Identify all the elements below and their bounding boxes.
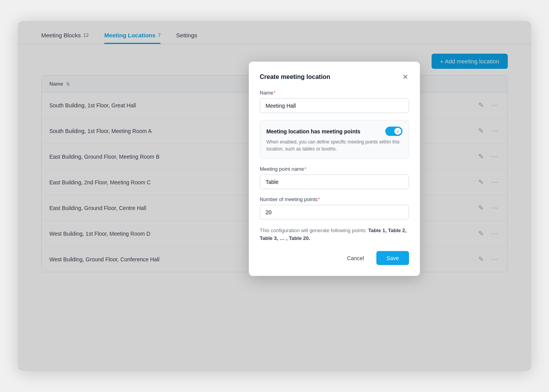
toggle-row: Meeting location has meeting points ✓ [266,127,402,136]
toggle-description: When enabled, you can define specific me… [266,138,402,152]
cancel-button[interactable]: Cancel [339,251,372,265]
modal-header: Create meeting location ✕ [260,73,409,81]
toggle-label: Meeting location has meeting points [266,128,360,135]
point-name-required-star: * [304,166,306,172]
toggle-switch[interactable]: ✓ [385,127,402,136]
name-input[interactable] [260,98,409,113]
name-field-group: Name* [260,90,409,113]
generated-points-info: This configuration will generate followi… [260,227,409,242]
num-meeting-points-group: Number of meeting points* [260,196,409,220]
meeting-point-name-input[interactable] [260,175,409,189]
num-points-required-star: * [318,196,320,202]
meeting-point-name-label: Meeting point name* [260,166,409,172]
meeting-point-name-group: Meeting point name* [260,166,409,189]
app-window: Meeting Blocks 12 Meeting Locations 7 Se… [18,21,531,371]
toggle-check-icon: ✓ [396,129,399,133]
name-required-star: * [274,90,276,96]
modal-title: Create meeting location [260,74,330,80]
name-label: Name* [260,90,409,96]
num-points-label: Number of meeting points* [260,196,409,202]
modal-footer: Cancel Save [260,251,409,265]
toggle-section: Meeting location has meeting points ✓ Wh… [260,120,409,159]
create-meeting-location-modal: Create meeting location ✕ Name* Meeting … [249,62,420,276]
num-points-input[interactable] [260,205,409,220]
save-button[interactable]: Save [376,251,409,265]
toggle-knob: ✓ [394,128,401,135]
modal-close-button[interactable]: ✕ [402,73,409,81]
